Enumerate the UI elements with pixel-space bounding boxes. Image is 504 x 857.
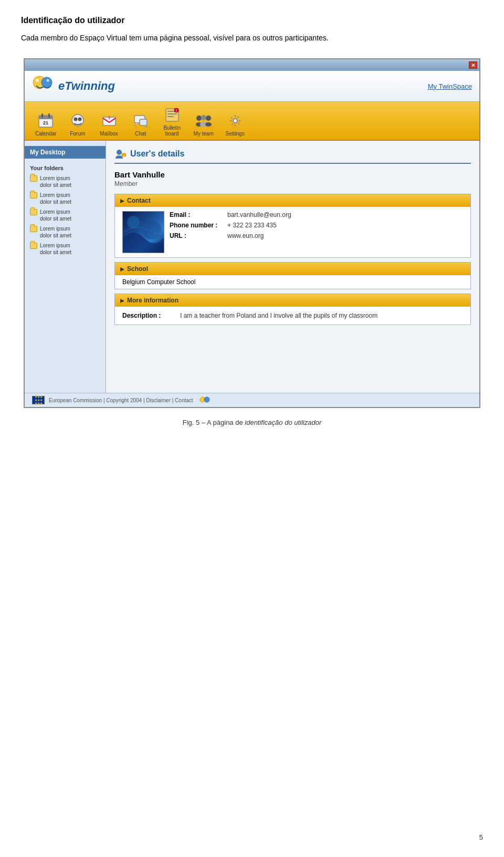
intro-text: Cada membro do Espaço Virtual tem uma pá… [21, 33, 483, 44]
sidebar-item-text: Lorem ipsumdolor sit amet [40, 225, 71, 239]
logo-text: eTwinning [58, 79, 115, 93]
section-title-text: User's details [130, 149, 184, 159]
contact-url-row: URL : www.eun.org [170, 232, 463, 239]
folder-icon [30, 243, 37, 249]
bulletin-icon: ! [163, 106, 181, 124]
svg-text:!: ! [175, 109, 176, 112]
school-header-bullet: ▸ [120, 265, 124, 273]
nav-label-chat: Chat [135, 131, 146, 137]
sidebar-item-text: Lorem ipsumdolor sit amet [40, 242, 71, 256]
logo-prefix: e [58, 79, 65, 92]
more-info-section-body: Description : I am a teacher from Poland… [115, 307, 470, 325]
school-section-body: Belgium Computer School [115, 275, 470, 289]
svg-point-29 [205, 122, 212, 127]
list-item[interactable]: Lorem ipsumdolor sit amet [25, 190, 106, 207]
settings-icon [226, 112, 244, 130]
nav-item-forum[interactable]: Forum [62, 110, 93, 140]
user-role: Member [114, 180, 471, 187]
description-value: I am a teacher from Poland and I involve… [180, 312, 463, 319]
svg-rect-6 [41, 113, 43, 118]
logo-icon [32, 75, 54, 97]
url-value: www.eun.org [227, 232, 264, 239]
app-footer: ★★★★★★★★★ European Commission | Copyrigh… [25, 393, 479, 407]
nav-label-forum: Forum [70, 131, 85, 137]
page-number: 5 [479, 833, 483, 841]
forum-icon [69, 112, 87, 130]
user-name: Bart Vanhulle [114, 170, 471, 179]
nav-label-bulletin: Bulletin board [163, 125, 181, 137]
my-twinspace-link[interactable]: My TwinSpace [428, 82, 472, 90]
footer-text: European Commission | Copyright 2004 | D… [49, 398, 193, 403]
url-label: URL : [170, 232, 227, 239]
svg-point-39 [204, 397, 209, 402]
svg-rect-5 [39, 116, 52, 119]
list-item[interactable]: Lorem ipsumdolor sit amet [25, 241, 106, 257]
svg-point-36 [127, 216, 140, 228]
nav-item-mailbox[interactable]: ! Mailbox [93, 110, 125, 140]
svg-point-32 [117, 150, 122, 155]
logo-main: Twinning [65, 79, 115, 92]
nav-item-settings[interactable]: Settings [219, 110, 251, 140]
svg-point-10 [74, 118, 77, 121]
contact-section: ▸ Contact [114, 194, 471, 258]
app-header: eTwinning My TwinSpace [25, 71, 479, 102]
email-label: Email : [170, 211, 227, 218]
nav-item-bulletin[interactable]: ! Bulletin board [156, 104, 188, 140]
nav-item-calendar[interactable]: 21 Calendar [30, 110, 62, 140]
figure-caption-prefix: Fig. 5 – A página de [183, 419, 245, 426]
logo-area: eTwinning [32, 75, 115, 97]
nav-item-myteam[interactable]: My team [188, 110, 219, 140]
svg-marker-15 [134, 123, 139, 126]
myteam-icon [195, 112, 213, 130]
svg-rect-7 [48, 113, 50, 118]
user-photo [122, 211, 164, 253]
mailbox-icon: ! [100, 112, 118, 130]
eu-flag-icon: ★★★★★★★★★ [32, 396, 45, 404]
calendar-icon: 21 [37, 112, 55, 130]
nav-label-calendar: Calendar [35, 131, 57, 137]
svg-point-31 [234, 119, 237, 122]
more-info-section-header: ▸ More information [115, 294, 470, 307]
svg-point-25 [201, 115, 206, 120]
chat-icon [132, 112, 150, 130]
folder-icon [30, 209, 37, 215]
svg-rect-21 [167, 116, 174, 117]
svg-point-3 [47, 79, 49, 82]
app-body: My Desktop Your folders Lorem ipsumdolor… [25, 141, 479, 393]
description-label: Description : [122, 312, 180, 319]
sidebar-my-desktop: My Desktop [25, 146, 106, 159]
list-item[interactable]: Lorem ipsumdolor sit amet [25, 173, 106, 190]
more-info-header-bullet: ▸ [120, 296, 124, 305]
more-info-header-text: More information [127, 297, 178, 304]
browser-titlebar: ✕ [25, 59, 479, 71]
school-section-header: ▸ School [115, 263, 470, 275]
svg-point-24 [196, 116, 202, 121]
svg-text:!: ! [108, 115, 110, 120]
browser-window: ✕ eTwinning My TwinSpace [24, 58, 480, 408]
svg-marker-17 [143, 126, 147, 128]
nav-item-chat[interactable]: Chat [125, 110, 156, 140]
user-details-icon: i [114, 148, 126, 160]
school-name: Belgium Computer School [122, 278, 195, 286]
list-item[interactable]: Lorem ipsumdolor sit amet [25, 207, 106, 224]
sidebar-item-text: Lorem ipsumdolor sit amet [40, 208, 71, 222]
contact-section-body: Email : bart.vanhulle@eun.org Phone numb… [115, 207, 470, 257]
close-button[interactable]: ✕ [469, 61, 477, 69]
contact-header-text: Contact [127, 197, 151, 204]
list-item[interactable]: Lorem ipsumdolor sit amet [25, 224, 106, 241]
contact-header-bullet: ▸ [120, 196, 124, 205]
svg-rect-20 [167, 113, 177, 114]
svg-rect-16 [140, 119, 147, 126]
svg-point-37 [142, 221, 161, 239]
figure-caption: Fig. 5 – A página de identificação do ut… [21, 419, 483, 426]
nav-label-settings: Settings [226, 131, 245, 137]
nav-toolbar: 21 Calendar Forum [25, 102, 479, 141]
section-title: i User's details [114, 148, 471, 164]
sidebar: My Desktop Your folders Lorem ipsumdolor… [25, 141, 106, 393]
school-header-text: School [127, 265, 148, 273]
folder-icon [30, 175, 37, 182]
nav-label-mailbox: Mailbox [100, 131, 118, 137]
svg-text:21: 21 [43, 120, 48, 126]
sidebar-your-folders: Your folders [25, 163, 106, 173]
eu-stars: ★★★★★★★★★ [35, 395, 43, 405]
